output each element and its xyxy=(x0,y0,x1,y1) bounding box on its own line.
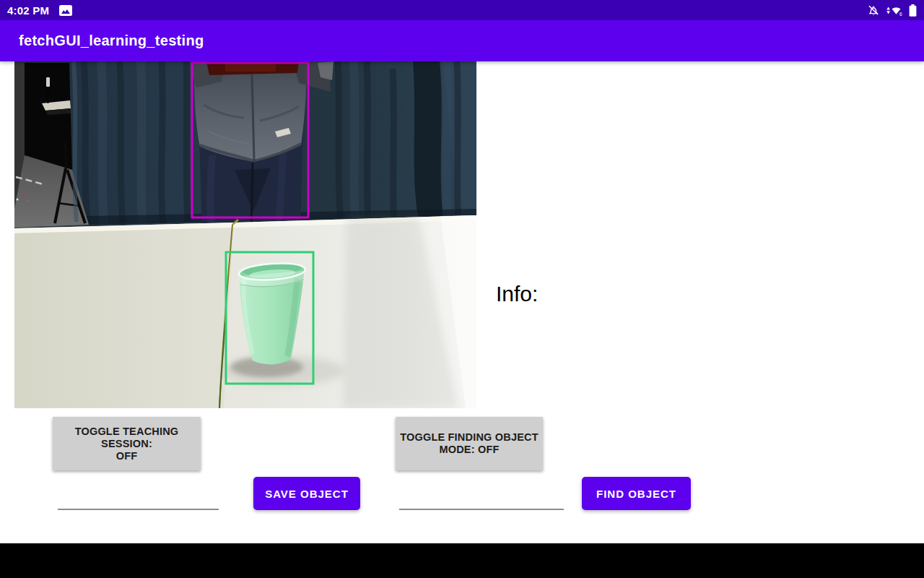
floor-speck xyxy=(17,199,19,201)
floor-speck xyxy=(27,200,28,202)
camera-preview xyxy=(14,61,476,408)
status-bar-left: 4:02 PM xyxy=(7,4,72,17)
toggle-finding-label-line2: MODE: OFF xyxy=(439,444,499,456)
table-left-shade xyxy=(14,228,233,408)
find-object-name-input[interactable] xyxy=(399,483,564,510)
screenshot-image-icon xyxy=(59,5,72,16)
toggle-finding-mode-button[interactable]: TOGGLE FINDING OBJECT MODE: OFF xyxy=(396,417,543,470)
battery-icon xyxy=(909,4,917,17)
find-object-button[interactable]: FIND OBJECT xyxy=(582,477,691,510)
status-bar-right: 6 xyxy=(867,4,917,17)
save-object-button[interactable]: SAVE OBJECT xyxy=(253,477,360,510)
android-screen: 4:02 PM 6 xyxy=(0,0,924,578)
floor-speck xyxy=(23,194,25,197)
toggle-teaching-label-line2: OFF xyxy=(116,450,138,462)
app-bar: fetchGUI_learning_testing xyxy=(0,20,924,61)
toggle-teaching-session-button[interactable]: TOGGLE TEACHING SESSION: OFF xyxy=(53,417,201,470)
wifi-traffic-icon: 6 xyxy=(886,4,903,17)
mic-clip xyxy=(46,77,50,87)
wifi-6-badge: 6 xyxy=(899,11,902,16)
status-bar: 4:02 PM 6 xyxy=(0,0,924,20)
toggle-teaching-label-line1: TOGGLE TEACHING SESSION: xyxy=(57,426,196,450)
curtain-edge-highlight xyxy=(74,61,77,222)
toggle-finding-label-line1: TOGGLE FINDING OBJECT xyxy=(400,431,539,444)
teach-object-name-input[interactable] xyxy=(58,483,219,510)
app-title: fetchGUI_learning_testing xyxy=(19,33,204,49)
navigation-bar xyxy=(0,543,924,578)
curtain-gap-fold xyxy=(413,61,443,220)
info-label: Info: xyxy=(496,282,538,306)
status-time: 4:02 PM xyxy=(7,4,49,17)
notifications-off-icon xyxy=(867,4,880,17)
